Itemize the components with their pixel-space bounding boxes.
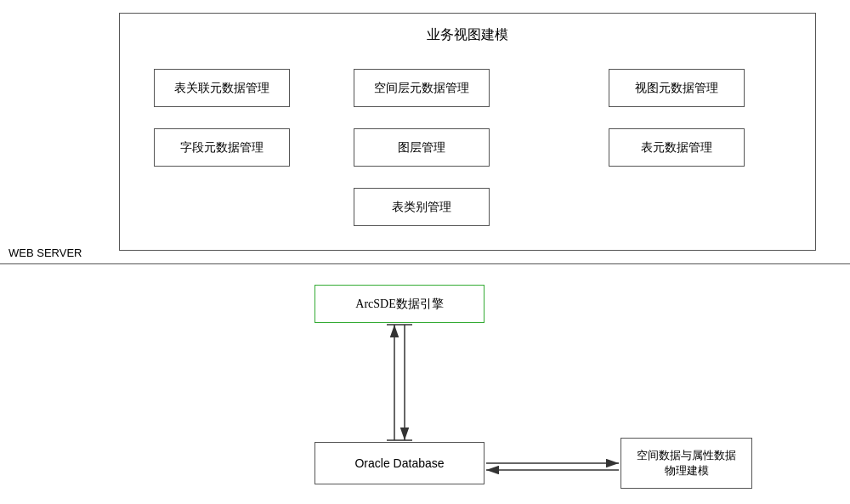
box-spatial-layer: 空间层元数据管理 (354, 69, 490, 107)
box-layer-mgmt: 图层管理 (354, 128, 490, 167)
box-view-meta: 视图元数据管理 (609, 69, 745, 107)
box-table-category: 表类别管理 (354, 188, 490, 226)
diagram-container: 业务视图建模 表关联元数据管理 空间层元数据管理 视图元数据管理 字段元数据管理… (0, 0, 850, 504)
web-server-label: WEB SERVER (8, 246, 82, 259)
spatial-box: 空间数据与属性数据物理建模 (620, 438, 752, 489)
box-table-relation: 表关联元数据管理 (154, 69, 290, 107)
arcsde-box: ArcSDE数据引擎 (314, 285, 484, 323)
box-table-meta: 表元数据管理 (609, 128, 745, 167)
oracle-box: Oracle Database (314, 442, 484, 484)
outer-box-title: 业务视图建模 (120, 26, 815, 44)
box-field-meta: 字段元数据管理 (154, 128, 290, 167)
outer-box: 业务视图建模 表关联元数据管理 空间层元数据管理 视图元数据管理 字段元数据管理… (119, 13, 816, 251)
divider-line (0, 263, 850, 264)
